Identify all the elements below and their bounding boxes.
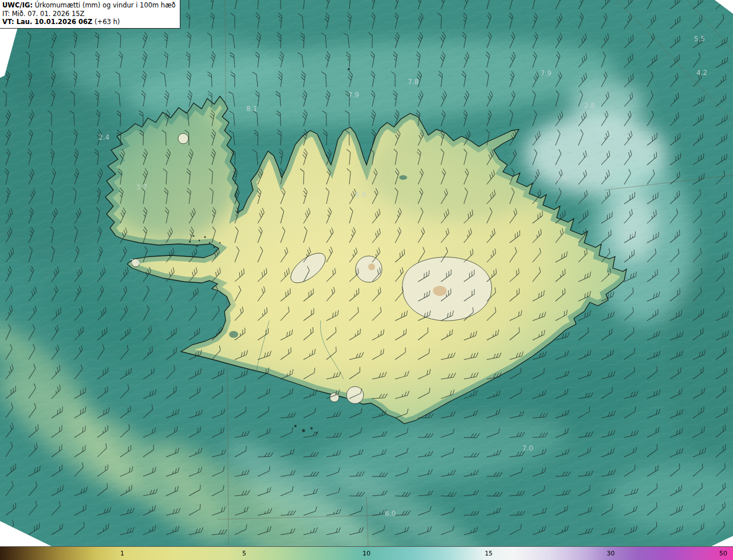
precip-value-label: 3.7 bbox=[136, 183, 147, 191]
title-line-model: UWC/IG: Úrkomumætti (mm) og vindur i 100… bbox=[2, 1, 176, 10]
colorbar-tick: 50 bbox=[719, 547, 727, 560]
valid-time: VT: Lau. 10.01.2026 06Z bbox=[2, 18, 92, 26]
precip-value-label: 5.5 bbox=[694, 35, 705, 43]
precip-value-label: 7.8 bbox=[408, 78, 419, 86]
lead-time: (+63 h) bbox=[92, 18, 120, 26]
precip-value-label: 4.2 bbox=[696, 69, 707, 77]
colorbar-tick: 10 bbox=[362, 547, 371, 560]
map-canvas: 5.54.27.97.87.98.12.82.43.72.86.97.17.67… bbox=[0, 0, 733, 547]
parameter-description: Úrkomumætti (mm) og vindur i 100m hæð bbox=[33, 1, 176, 9]
colorbar-tick: 15 bbox=[484, 547, 492, 560]
title-line-init-time: IT: Mið. 07. 01. 2026 15Z bbox=[2, 10, 176, 18]
precip-value-label: 7.6 bbox=[129, 258, 140, 266]
precip-value-label: 8.1 bbox=[246, 105, 257, 113]
precip-value-label: 7.9 bbox=[541, 69, 551, 77]
precip-value-label: 6.9 bbox=[355, 191, 366, 199]
precip-value-label: 2.8 bbox=[584, 102, 595, 110]
precip-value-label: 7.9 bbox=[348, 91, 359, 99]
colorbar-tick: 1 bbox=[120, 547, 124, 560]
precip-value-label: 2.4 bbox=[98, 133, 109, 141]
precip-value-label: 7.1 bbox=[624, 230, 635, 238]
title-line-valid-time: VT: Lau. 10.01.2026 06Z (+63 h) bbox=[2, 18, 176, 26]
precip-value-label: 2.8 bbox=[557, 174, 568, 182]
precip-value-label: 6.0 bbox=[385, 510, 396, 518]
colorbar-gradient: 1 5 10 15 30 50 bbox=[0, 546, 733, 560]
precip-value-label: 7.0 bbox=[522, 444, 533, 452]
map-title-box: UWC/IG: Úrkomumætti (mm) og vindur i 100… bbox=[0, 0, 180, 29]
colorbar-tick: 5 bbox=[242, 547, 246, 560]
model-id: UWC/IG: bbox=[2, 1, 33, 9]
colorbar-tick: 30 bbox=[607, 547, 615, 560]
weather-map-stage: 5.54.27.97.87.98.12.82.43.72.86.97.17.67… bbox=[0, 0, 733, 560]
